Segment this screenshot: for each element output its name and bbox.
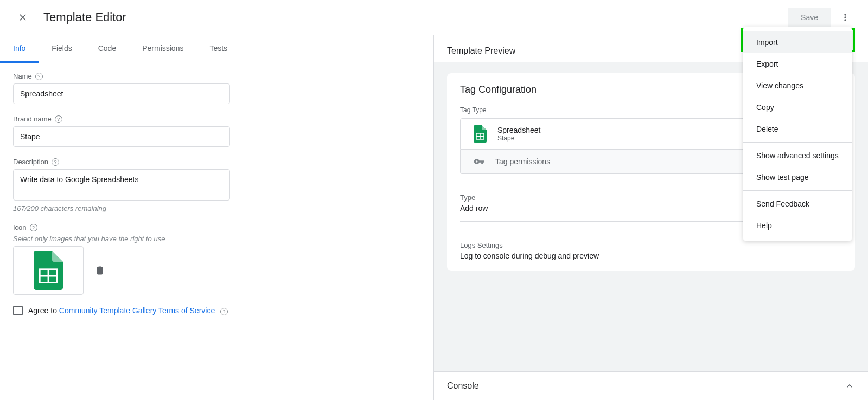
more-menu-button[interactable] [835,8,855,27]
icon-hint: Select only images that you have the rig… [13,235,420,243]
sheets-icon [474,125,487,143]
permissions-label: Tag permissions [495,157,550,166]
icon-preview[interactable] [13,246,84,295]
brand-label: Brand name [13,115,52,123]
description-input[interactable] [13,169,230,201]
main-content: Info Fields Code Permissions Tests Name … [0,35,868,400]
tab-tests[interactable]: Tests [196,35,240,63]
tag-name: Spreadsheet [497,126,540,134]
help-icon[interactable]: ? [30,224,37,231]
logs-value: Log to console during debug and preview [460,251,842,260]
more-vert-icon [840,12,851,23]
icon-label: Icon [13,223,27,231]
chevron-up-icon [844,380,855,391]
key-icon [474,156,484,167]
menu-copy[interactable]: Copy [743,96,852,118]
terms-checkbox[interactable] [13,306,23,315]
tag-brand: Stape [497,134,540,142]
info-form: Name ? Brand name ? Description ? [0,63,433,324]
console-toggle[interactable]: Console [434,371,868,400]
sheets-icon [33,251,63,290]
close-icon [17,12,28,23]
editor-panel: Info Fields Code Permissions Tests Name … [0,35,434,400]
help-icon[interactable]: ? [52,158,59,166]
page-title: Template Editor [43,10,788,24]
tab-permissions[interactable]: Permissions [129,35,196,63]
delete-icon-button[interactable] [92,263,107,278]
menu-test-page[interactable]: Show test page [743,166,852,188]
save-button[interactable]: Save [788,8,831,27]
logs-label: Logs Settings [460,241,842,249]
tab-fields[interactable]: Fields [39,35,85,63]
close-button[interactable] [13,8,33,27]
header: Template Editor Save [0,0,868,35]
help-icon[interactable]: ? [220,308,228,315]
name-input[interactable] [13,83,230,104]
trash-icon [94,265,105,276]
menu-import[interactable]: Import [743,31,852,53]
help-icon[interactable]: ? [35,73,43,80]
tab-info[interactable]: Info [0,35,39,63]
more-menu: Import Export View changes Copy Delete S… [743,27,852,241]
tabs-bar: Info Fields Code Permissions Tests [0,35,433,63]
brand-input[interactable] [13,126,230,147]
terms-link[interactable]: Community Template Gallery Terms of Serv… [59,306,215,315]
char-counter: 167/200 characters remaining [13,204,420,212]
terms-label: Agree to Community Template Gallery Term… [28,306,228,315]
menu-delete[interactable]: Delete [743,118,852,140]
menu-view-changes[interactable]: View changes [743,75,852,96]
name-label: Name [13,72,32,80]
menu-advanced-settings[interactable]: Show advanced settings [743,145,852,166]
console-title: Console [447,381,479,391]
tab-code[interactable]: Code [85,35,129,63]
menu-export[interactable]: Export [743,53,852,75]
menu-feedback[interactable]: Send Feedback [743,193,852,215]
description-label: Description [13,158,48,166]
help-icon[interactable]: ? [55,115,62,123]
menu-help[interactable]: Help [743,215,852,236]
